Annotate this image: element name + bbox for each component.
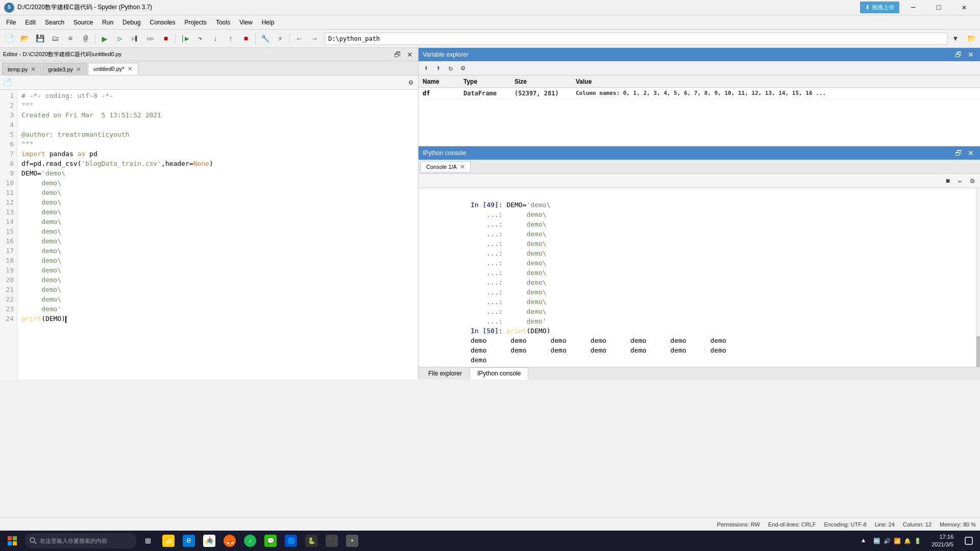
task-view-btn[interactable]: ⊞ [139, 531, 157, 551]
run-btn[interactable]: ▶ [97, 32, 112, 46]
menu-projects[interactable]: Projects [181, 17, 211, 28]
menu-source[interactable]: Source [69, 17, 97, 28]
menu-help[interactable]: Help [258, 17, 279, 28]
eol-label: End-of-lines: CRLF [768, 521, 816, 528]
tab-ipython-console[interactable]: IPython console [470, 367, 528, 380]
tab-grade3-py[interactable]: grade3.py ✕ [42, 63, 87, 75]
menu-debug[interactable]: Debug [118, 17, 144, 28]
tray-icon-2[interactable]: 🔊 [884, 538, 891, 544]
console-tab-1[interactable]: Console 1/A ✕ [421, 161, 471, 172]
editor-new-btn[interactable]: 📄 [2, 78, 12, 88]
tab-file-explorer[interactable]: File explorer [421, 367, 470, 380]
debug-stop-btn[interactable]: ■ [239, 32, 253, 46]
run-cell-btn[interactable]: ▷ [113, 32, 127, 46]
save-all-btn[interactable]: 🗂 [48, 32, 62, 46]
menu-run[interactable]: Run [98, 17, 117, 28]
tray-icon-network[interactable]: 📶 [894, 538, 901, 544]
upload-button[interactable]: ⬆ 拖拽上传 [860, 2, 899, 13]
start-button[interactable] [2, 531, 22, 551]
line-num-4: 4 [0, 120, 14, 130]
code-line-2: """ [21, 101, 414, 110]
editor-close-btn[interactable]: ✕ [405, 49, 415, 60]
taskbar-app1[interactable]: ♪ [241, 531, 259, 551]
editor-settings-btn[interactable]: ⚙ [406, 78, 416, 88]
spyder-plugin-btn[interactable]: ⚡ [273, 32, 287, 46]
outline-btn[interactable]: ≡ [63, 32, 78, 46]
taskbar-edge[interactable]: e [180, 531, 198, 551]
tray-icon-volume[interactable]: 🔔 [904, 538, 911, 544]
save-file-btn[interactable]: 💾 [33, 32, 47, 46]
var-explorer-undock-btn[interactable]: 🗗 [953, 49, 964, 60]
taskbar-app3[interactable]: ⬛ [323, 531, 341, 551]
var-refresh-btn[interactable]: ↻ [445, 63, 456, 74]
taskbar-search[interactable]: 在这里输入你要搜索的内容 [24, 533, 137, 548]
menu-consoles[interactable]: Consoles [145, 17, 179, 28]
menu-search[interactable]: Search [41, 17, 68, 28]
tab-untitled0-py[interactable]: untitled0.py* ✕ [88, 63, 138, 75]
code-content[interactable]: # -*- coding: utf-8 -*- """ Created on F… [17, 90, 418, 380]
console-tab-close[interactable]: ✕ [460, 163, 465, 170]
menu-view[interactable]: View [235, 17, 257, 28]
close-untitled0-tab[interactable]: ✕ [128, 65, 133, 72]
taskbar-chrome[interactable] [200, 531, 218, 551]
tab-temp-py[interactable]: temp.py ✕ [2, 63, 41, 75]
minimize-button[interactable]: ─ [901, 0, 925, 15]
debug-next-btn[interactable]: ↷ [193, 32, 207, 46]
var-explorer-close-btn[interactable]: ✕ [966, 49, 976, 60]
console-toolbar: ■ ✏ ⚙ [419, 174, 980, 188]
open-file-btn[interactable]: 📂 [17, 32, 32, 46]
taskbar-explorer[interactable]: 📁 [159, 531, 178, 551]
menu-edit[interactable]: Edit [21, 17, 40, 28]
spyder-settings-btn[interactable]: 🔧 [258, 32, 272, 46]
variable-row-df[interactable]: df DataFrame (52397, 281) Column names: … [419, 88, 980, 99]
debug-continue-btn[interactable]: ↑ [224, 32, 238, 46]
variable-table: Name Type Size Value df DataFrame (52397… [419, 76, 980, 146]
at-btn[interactable]: @ [79, 32, 93, 46]
stop-btn[interactable]: ■ [159, 32, 173, 46]
close-grade3-tab[interactable]: ✕ [76, 66, 81, 73]
taskbar-wechat[interactable]: 💬 [261, 531, 280, 551]
close-temp-tab[interactable]: ✕ [31, 66, 36, 73]
taskbar-app4[interactable]: ▪ [343, 531, 361, 551]
console-scrollbar-thumb[interactable] [976, 336, 980, 367]
console-settings-btn[interactable]: ⚙ [967, 176, 978, 187]
var-export-btn[interactable]: ⬆ [433, 63, 444, 74]
new-file-btn[interactable]: 📄 [2, 32, 16, 46]
console-interrupt-btn[interactable]: ■ [942, 176, 953, 187]
path-arrows: ← → [292, 32, 322, 46]
debug-run-btn[interactable]: |▶ [178, 32, 192, 46]
notification-button[interactable] [960, 531, 978, 551]
console-edit-btn[interactable]: ✏ [954, 176, 966, 187]
run-next-btn[interactable]: ▷▷ [143, 32, 158, 46]
close-button[interactable]: ✕ [952, 0, 976, 15]
tray-icon-1[interactable]: 🔤 [873, 538, 880, 544]
console-close-btn[interactable]: ✕ [966, 148, 976, 158]
path-bar[interactable]: D:\python_path [325, 33, 947, 45]
taskbar-edge2[interactable]: 🌐 [282, 531, 300, 551]
menu-file[interactable]: File [2, 17, 20, 28]
console-output[interactable]: In [49]: DEMO='demo\ ...: demo\ ...: dem… [419, 188, 976, 367]
editor-undock-btn[interactable]: 🗗 [393, 49, 403, 60]
run-selection-btn[interactable]: ▷▌ [128, 32, 142, 46]
taskbar-firefox[interactable]: 🦊 [220, 531, 239, 551]
column-label: Column: 12 [903, 521, 932, 528]
code-line-22: demo\ [21, 294, 414, 304]
console-scrollbar[interactable] [976, 188, 980, 367]
back-btn[interactable]: ← [292, 32, 306, 46]
console-undock-btn[interactable]: 🗗 [953, 148, 964, 158]
path-dropdown-btn[interactable]: ▼ [948, 32, 963, 46]
var-settings-btn[interactable]: ⚙ [457, 63, 469, 74]
menu-tools[interactable]: Tools [212, 17, 234, 28]
code-area[interactable]: 1 2 3 4 5 6 7 8 9 10 11 12 13 14 15 16 1… [0, 90, 418, 380]
debug-step-btn[interactable]: ↓ [208, 32, 223, 46]
tray-expand-btn[interactable]: ▲ [860, 537, 867, 544]
taskbar-app2[interactable]: 🐍 [302, 531, 321, 551]
browse-folder-btn[interactable]: 📁 [964, 32, 978, 46]
maximize-button[interactable]: □ [927, 0, 950, 15]
editor-pane: Editor - D:\C\2020数学建模C题代码\untitled0.py … [0, 48, 419, 380]
bottom-panel-tabs: File explorer IPython console [419, 367, 980, 380]
system-clock[interactable]: 17:16 2021/3/5 [927, 533, 958, 549]
tray-icon-battery[interactable]: 🔋 [914, 538, 921, 544]
var-import-btn[interactable]: ⬇ [421, 63, 432, 74]
forward-btn[interactable]: → [307, 32, 322, 46]
